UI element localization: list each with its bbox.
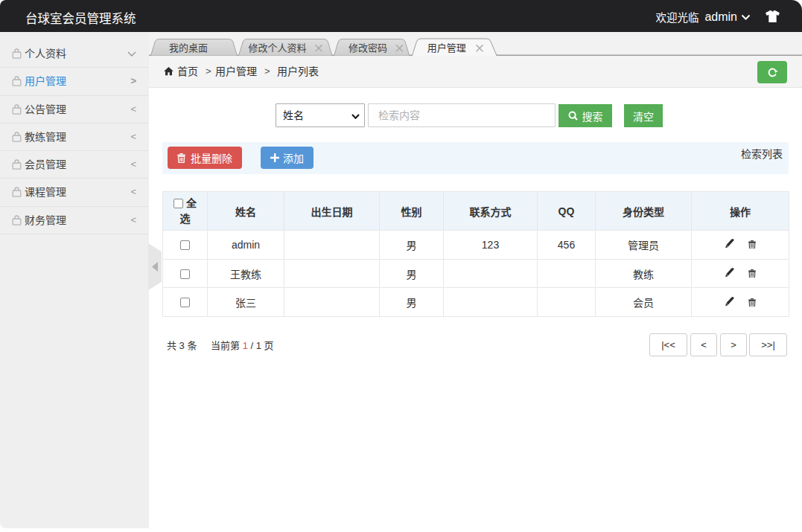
svg-text:用户管理: 用户管理: [427, 42, 466, 54]
svg-text:修改个人资料: 修改个人资料: [248, 42, 306, 54]
svg-text:我的桌面: 我的桌面: [169, 42, 208, 54]
svg-text:修改密码: 修改密码: [349, 42, 387, 54]
